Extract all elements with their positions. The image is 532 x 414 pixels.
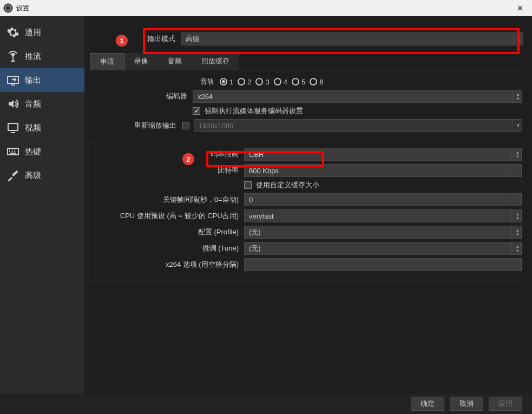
tab-audio[interactable]: 音频: [158, 53, 192, 70]
sidebar-item-output[interactable]: 输出: [0, 68, 84, 92]
bitrate-label: 比特率: [89, 166, 244, 175]
sidebar-item-audio[interactable]: 音频: [0, 92, 84, 116]
sidebar-item-video[interactable]: 视频: [0, 116, 84, 140]
output-mode-select[interactable]: 高级 ▴▾: [181, 32, 523, 45]
rate-control-select[interactable]: CBR ▴▾: [244, 148, 522, 161]
sidebar-item-label: 音频: [25, 99, 41, 109]
audio-track-6[interactable]: 6: [310, 78, 323, 86]
cpu-preset-value: veryfast: [249, 212, 274, 220]
rate-control-label: 码率控制: [89, 149, 244, 159]
tab-record[interactable]: 录像: [124, 53, 158, 70]
sidebar-item-stream[interactable]: 推流: [0, 44, 84, 68]
tools-icon: [6, 169, 19, 182]
tune-select[interactable]: (无) ▴▾: [244, 242, 522, 255]
rescale-value: 1920x1080: [199, 122, 233, 130]
sidebar-item-label: 视频: [25, 123, 41, 133]
rate-control-value: CBR: [249, 150, 264, 159]
x264opts-label: x264 选项 (用空格分隔): [89, 260, 244, 270]
bitrate-value: 800 Kbps: [249, 167, 279, 175]
tune-value: (无): [249, 244, 261, 253]
audio-track-label: 音轨: [89, 77, 220, 87]
profile-label: 配置 (Profile): [89, 227, 244, 237]
audio-track-group: 1 2 3 4 5 6: [220, 78, 522, 86]
output-icon: [6, 74, 19, 87]
output-mode-label: 输出模式: [147, 34, 175, 44]
output-mode-value: 高级: [186, 34, 200, 44]
radio-icon: [292, 78, 299, 86]
sidebar-item-label: 热键: [25, 147, 41, 157]
tab-stream[interactable]: 串流: [90, 53, 124, 70]
encoder-value: x264: [198, 93, 213, 101]
sidebar-item-label: 推流: [25, 51, 41, 62]
radio-icon: [274, 78, 281, 86]
sidebar-item-label: 输出: [25, 75, 41, 86]
sidebar-item-general[interactable]: 通用: [0, 21, 84, 44]
enforce-label: 强制执行流媒体服务编码器设置: [205, 106, 303, 116]
sidebar-item-label: 高级: [25, 170, 41, 181]
audio-track-2[interactable]: 2: [238, 78, 251, 86]
tab-replay[interactable]: 回放缓存: [192, 53, 239, 70]
sidebar-item-hotkeys[interactable]: 热键: [0, 140, 84, 163]
radio-icon: [255, 78, 263, 86]
monitor-icon: [6, 121, 19, 134]
sidebar: 通用 推流 输出 音频 视频 热键 高级: [0, 16, 84, 393]
audio-track-4[interactable]: 4: [274, 78, 287, 86]
custom-buffer-label: 使用自定义缓存大小: [256, 180, 319, 190]
tune-label: 微调 (Tune): [89, 244, 244, 253]
close-button[interactable]: ×: [511, 3, 529, 13]
rescale-label: 重新缩放输出: [89, 121, 182, 130]
audio-track-1[interactable]: 1: [220, 78, 233, 86]
radio-icon: [238, 78, 245, 86]
apply-button[interactable]: 应用: [489, 397, 522, 411]
profile-select[interactable]: (无) ▴▾: [244, 226, 522, 239]
ok-button[interactable]: 确定: [411, 397, 444, 411]
cpu-preset-label: CPU 使用预设 (高 = 较少的 CPU占用): [89, 211, 244, 221]
obs-logo-icon: [3, 3, 13, 13]
cancel-button[interactable]: 取消: [450, 397, 483, 411]
svg-rect-5: [8, 123, 18, 130]
audio-track-3[interactable]: 3: [255, 78, 269, 86]
keyint-label: 关键帧间隔(秒，0=自动): [89, 195, 244, 205]
x264opts-input[interactable]: [244, 258, 522, 271]
bitrate-input[interactable]: 800 Kbps: [244, 164, 522, 177]
rescale-select[interactable]: 1920x1080 ▾: [194, 119, 522, 132]
cpu-preset-select[interactable]: veryfast ▴▾: [244, 209, 522, 222]
radio-icon: [310, 78, 317, 86]
keyint-value: 0: [249, 196, 253, 204]
annotation-badge-2: 2: [182, 153, 194, 165]
gear-icon: [6, 26, 19, 39]
antenna-icon: [6, 50, 19, 63]
titlebar: 设置 ×: [0, 0, 532, 16]
encoder-select[interactable]: x264 ▴▾: [193, 90, 522, 103]
dialog-footer: 确定 取消 应用: [0, 393, 532, 414]
profile-value: (无): [249, 227, 261, 237]
custom-buffer-checkbox[interactable]: [244, 181, 252, 189]
enforce-checkbox[interactable]: [193, 107, 200, 115]
rescale-checkbox[interactable]: [182, 122, 189, 129]
keyboard-icon: [6, 145, 19, 158]
window-title: 设置: [16, 4, 29, 13]
encoder-settings-group: 2 码率控制 CBR ▴▾ 比特率 800 Kbps: [89, 142, 522, 281]
keyint-input[interactable]: 0: [244, 193, 522, 206]
encoder-label: 编码器: [89, 91, 193, 101]
audio-track-5[interactable]: 5: [292, 78, 305, 86]
speaker-icon: [6, 97, 19, 110]
sidebar-item-label: 通用: [25, 28, 41, 38]
annotation-badge-1: 1: [116, 35, 128, 47]
svg-point-2: [7, 7, 10, 10]
sidebar-item-advanced[interactable]: 高级: [0, 163, 84, 187]
tab-bar: 串流 录像 音频 回放缓存: [88, 53, 523, 70]
radio-icon: [220, 78, 227, 86]
